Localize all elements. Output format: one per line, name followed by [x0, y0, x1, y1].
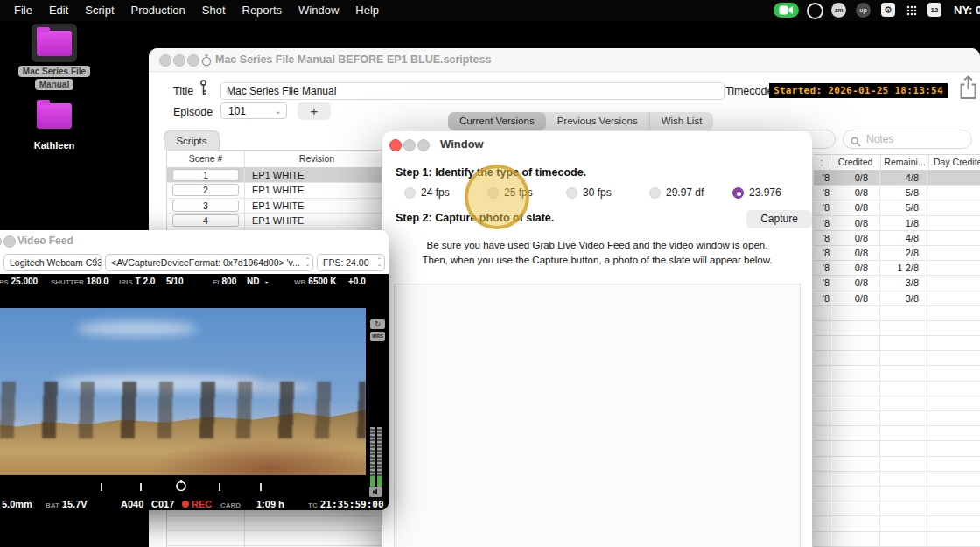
tab-previous-versions[interactable]: Previous Versions [546, 112, 649, 130]
radio-option-24-fps[interactable]: 24 fps [404, 186, 450, 199]
script-row[interactable]: 1EP1 WHITE [167, 168, 388, 183]
credit-row[interactable]: '80/81 2/8 [814, 261, 980, 276]
column-remaining[interactable]: Remaini... [880, 155, 928, 170]
menu-item-shot[interactable]: Shot [202, 0, 226, 21]
column-credited[interactable]: Credited [830, 155, 880, 170]
day-credited-cell [927, 200, 980, 214]
up-badge-icon[interactable]: up [856, 3, 871, 18]
desktop-icon-mac-series-file-manual[interactable]: Mac Series File Manual [18, 24, 91, 91]
menu-item-script[interactable]: Script [85, 0, 114, 21]
capture-button[interactable]: Capture [746, 210, 812, 228]
desktop-icon-kathleen[interactable]: Kathleen [18, 96, 91, 151]
help-line-2: Then, when you use the Capture button, a… [382, 255, 812, 265]
script-row[interactable]: 2EP1 WHITE [167, 183, 388, 198]
stub-cell: '8 [814, 216, 830, 230]
zoom-button[interactable] [4, 235, 16, 248]
minimize-button[interactable] [0, 235, 2, 248]
radio-circle[interactable] [566, 187, 578, 199]
zoom-app-icon[interactable]: zm [831, 3, 846, 18]
credit-row[interactable]: '80/85/8 [814, 200, 980, 215]
rec-indicator: REC [192, 499, 212, 509]
scripts-tab[interactable]: Scripts [164, 130, 220, 150]
menu-item-file[interactable]: File [14, 0, 32, 21]
credit-row[interactable]: '80/83/8 [814, 291, 980, 306]
menu-clock[interactable]: NY: 05 [954, 0, 980, 21]
close-button[interactable] [159, 54, 172, 67]
credit-row[interactable]: '80/83/8 [814, 276, 980, 291]
radio-option-29-97-df[interactable]: 29.97 df [649, 186, 704, 199]
stub-cell: '8 [814, 231, 830, 245]
close-button[interactable] [389, 139, 402, 151]
column-stub[interactable]: : [814, 155, 830, 170]
video-toggle-icon[interactable] [774, 3, 799, 18]
credit-row[interactable]: '80/82/8 [814, 246, 980, 261]
rotate-icon[interactable]: ↻ [370, 319, 385, 329]
camera-device-select[interactable]: Logitech Webcam C930e⌃⌄ [4, 254, 102, 271]
scene-number-chip[interactable]: 2 [172, 184, 239, 196]
add-episode-button[interactable]: + [298, 102, 331, 120]
up-down-chevrons-icon: ⌃⌄ [94, 255, 98, 270]
script-row[interactable]: 4EP1 WHITE [167, 214, 388, 228]
tab-current-versions[interactable]: Current Versions [448, 112, 546, 130]
radio-circle[interactable] [487, 187, 499, 199]
tab-wish-list[interactable]: Wish List [649, 112, 714, 130]
notes-search[interactable] [843, 130, 972, 149]
episode-select[interactable]: 101⌄ [220, 102, 287, 119]
stub-cell: '8 [814, 291, 830, 305]
credit-row-empty [814, 426, 980, 441]
zoom-button[interactable] [187, 54, 200, 67]
radio-circle[interactable] [649, 187, 661, 199]
credit-row[interactable]: '80/84/8 [814, 171, 980, 186]
title-field[interactable] [220, 82, 724, 100]
version-tabs: Current VersionsPrevious VersionsWish Li… [448, 112, 713, 130]
share-icon[interactable] [958, 75, 978, 103]
popup-titlebar[interactable]: Window [382, 131, 812, 158]
gear-icon[interactable]: ⚙ [881, 3, 895, 17]
radio-option-30-fps[interactable]: 30 fps [566, 186, 612, 199]
lens-focal: 5.0mm [2, 499, 32, 509]
video-feed-window: Video Feed Logitech Webcam C930e⌃⌄ <AVCa… [0, 230, 388, 510]
capture-format-select[interactable]: <AVCaptureDeviceFormat: 0x7d1964d00> 'v.… [105, 254, 313, 271]
circle-outline-icon[interactable] [807, 3, 823, 19]
menu-item-reports[interactable]: Reports [242, 0, 283, 21]
radio-option-25-fps[interactable]: 25 fps [487, 186, 533, 199]
folder-icon[interactable] [37, 103, 72, 129]
menu-item-window[interactable]: Window [298, 0, 339, 21]
column-scene[interactable]: Scene # [167, 151, 244, 167]
scene-number-chip[interactable]: 3 [172, 200, 239, 212]
scene-number-chip[interactable]: 4 [172, 214, 239, 227]
key-icon [199, 80, 208, 100]
column-day-credited[interactable]: Day Credited [928, 155, 980, 170]
fps-select[interactable]: FPS: 24.00⌃⌄ [317, 254, 385, 271]
column-revision[interactable]: Revision [244, 151, 388, 167]
menu-item-edit[interactable]: Edit [49, 0, 68, 21]
remaining-cell: 5/8 [879, 200, 927, 214]
minimize-button[interactable] [173, 54, 186, 67]
folder-icon[interactable] [37, 31, 72, 56]
radio-label: 25 fps [504, 186, 533, 199]
scene-number-chip[interactable]: 1 [172, 169, 239, 181]
chevron-down-icon: ⌄ [275, 102, 282, 119]
menu-item-help[interactable]: Help [355, 0, 379, 21]
reel-id: A040 [121, 499, 144, 509]
credit-row[interactable]: '80/81/8 [814, 216, 980, 231]
radio-option-23-976[interactable]: 23.976 [732, 186, 781, 199]
menu-item-production[interactable]: Production [131, 0, 186, 21]
notes-search-input[interactable] [864, 132, 964, 146]
help-line-1: Be sure you have used Grab Live Video Fe… [382, 240, 812, 250]
credit-row[interactable]: '80/84/8 [814, 231, 980, 246]
camera-stop: 5/10 [166, 277, 183, 286]
zoom-button[interactable] [417, 139, 430, 151]
camera-iris: T 2.0 [136, 277, 156, 286]
minimize-button[interactable] [403, 139, 416, 151]
speaker-icon[interactable] [369, 487, 382, 497]
dot-grid-icon[interactable] [906, 4, 918, 20]
main-window-titlebar[interactable]: Mac Series File Manual BEFORE EP1 BLUE.s… [149, 48, 980, 72]
battery-voltage: 15.7V [62, 499, 88, 509]
radio-circle[interactable] [732, 187, 744, 199]
radio-circle[interactable] [404, 187, 416, 199]
script-row[interactable]: 3EP1 WHITE [167, 199, 388, 214]
credited-cell: 0/8 [830, 276, 879, 290]
credit-row[interactable]: '80/85/8 [814, 186, 980, 200]
calendar-icon[interactable]: 12 [928, 3, 942, 17]
